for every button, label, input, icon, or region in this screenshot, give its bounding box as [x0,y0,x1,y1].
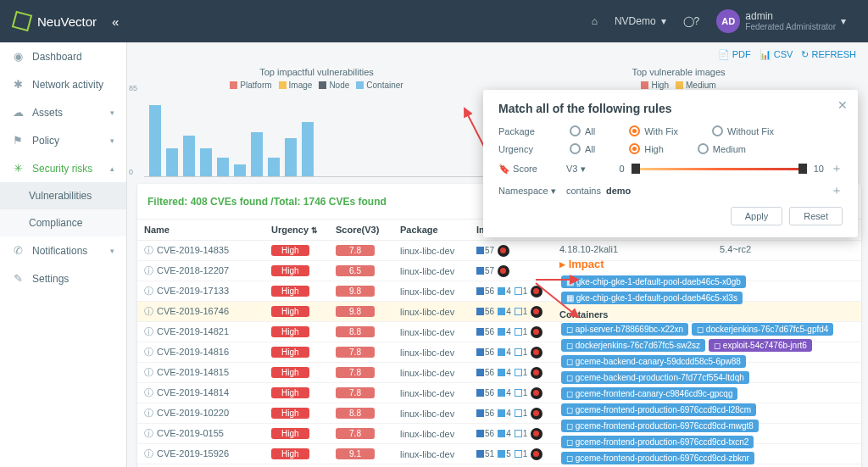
container-chip[interactable]: ◻ gceme-backend-production-7fd77cf554-lt… [561,371,749,384]
home-icon[interactable]: ⌂ [592,15,598,27]
phone-icon: ✆ [12,244,24,257]
bar[interactable] [200,148,212,176]
sort-icon: ⇅ [311,226,318,235]
fixed-version-right: 5.4~rc2 [720,244,751,254]
nav-settings[interactable]: ✎Settings [0,264,126,292]
namespace-input[interactable]: demo [606,186,824,196]
col-package[interactable]: Package [393,220,470,241]
info-icon[interactable]: ⓘ [144,428,153,438]
add-rule-icon[interactable]: ＋ [831,161,843,176]
bar[interactable] [183,136,195,176]
nav-label: Network activity [32,79,103,91]
cluster-selector[interactable]: NVDemo ▾ [615,15,666,27]
radio-label: All [585,144,595,154]
chevron-down-icon: ▾ [110,108,114,117]
popover-title: Match all of the following rules [498,102,843,115]
info-icon[interactable]: ⓘ [144,245,153,255]
help-icon[interactable]: ◯? [683,15,700,27]
nav-policy[interactable]: ⚑Policy▾ [0,126,126,154]
nav-label: Assets [32,107,63,119]
info-icon[interactable]: ⓘ [144,306,153,316]
container-chip[interactable]: ◻ gceme-frontend-production-6976ccd9cd-m… [561,420,759,432]
impact-heading[interactable]: ▸ Impact [559,258,858,270]
container-chip[interactable]: ◻ gceme-frontend-production-6976ccd9cd-z… [561,452,754,464]
info-icon[interactable]: ⓘ [144,347,153,357]
user-menu[interactable]: AD admin Federated Administrator ▾ [716,9,846,33]
nav-assets[interactable]: ☁Assets▾ [0,98,126,126]
slider-handle-max[interactable] [798,164,807,174]
add-rule-icon[interactable]: ＋ [831,183,843,198]
info-icon[interactable]: ⓘ [144,408,153,418]
chevron-down-icon: ▾ [110,136,114,145]
export-csv-button[interactable]: 📊 CSV [760,49,793,60]
container-chip[interactable]: ◻ gceme-frontend-canary-c9846cd9c-gpcqg [561,387,737,400]
radio-urgency-medium[interactable]: Medium [698,143,746,154]
info-icon[interactable]: ⓘ [144,286,153,296]
nav-dashboard[interactable]: ◉Dashboard [0,42,126,70]
refresh-button[interactable]: ↻ REFRESH [801,49,856,60]
bar[interactable] [217,158,229,176]
radio-package-withoutfix[interactable]: Without Fix [712,125,774,136]
risk-icon [531,367,542,379]
export-pdf-button[interactable]: 📄 PDF [718,49,751,60]
col-urgency[interactable]: Urgency ⇅ [264,220,329,241]
container-chip[interactable]: ◻ exploit-54c7476b-jnrt6 [709,339,812,352]
risk-icon [531,448,542,460]
page-actions: 📄 PDF 📊 CSV ↻ REFRESH [127,42,868,67]
filtered-summary: Filtered: 408 CVEs found /Total: 1746 CV… [147,196,387,208]
container-chip[interactable]: ◻ gceme-frontend-production-6976ccd9cd-t… [561,436,754,448]
bar[interactable] [166,148,178,176]
nav-label: Security risks [32,163,92,175]
container-chip[interactable]: ◻ gceme-frontend-production-6976ccd9cd-l… [561,403,756,416]
container-chip[interactable]: ◻ dockerjenkins-76c7d67fc5-gpfd4 [692,323,833,336]
bar[interactable] [234,164,246,176]
reset-button[interactable]: Reset [789,207,843,225]
bar[interactable] [302,122,314,176]
nav-label: Notifications [32,245,87,257]
nav-vulnerabilities[interactable]: Vulnerabilities [0,182,126,209]
container-chip[interactable]: ◻ api-server-b788669bc-x22xn [561,323,688,336]
nav-compliance[interactable]: Compliance [0,209,126,236]
node-chip[interactable]: ▦ gke-chip-gke-1-default-pool-daeb46c5-x… [561,292,743,304]
info-icon[interactable]: ⓘ [144,326,153,336]
radio-label: With Fix [644,126,678,136]
lbl: Impact [569,258,604,270]
close-icon[interactable]: ✕ [837,98,848,112]
btn-label: PDF [732,49,751,59]
th-label: Urgency [271,225,309,235]
btn-label: CSV [774,49,793,59]
nav-label: Dashboard [32,51,82,63]
info-icon[interactable]: ⓘ [144,448,153,459]
radio-urgency-high[interactable]: High [629,143,664,154]
info-icon[interactable]: ⓘ [144,387,153,398]
col-score[interactable]: Score(V3) [329,220,393,241]
app-header: NeuVector « ⌂ NVDemo ▾ ◯? AD admin Feder… [0,0,868,42]
node-chip[interactable]: ▦ gke-chip-gke-1-default-pool-daeb46c5-x… [561,275,746,288]
risk-icon [531,347,542,359]
namespace-label[interactable]: Namespace ▾ [498,186,566,197]
info-icon[interactable]: ⓘ [144,367,153,377]
score-mode-select[interactable]: V3 ▾ [566,164,586,175]
nav-network[interactable]: ✱Network activity [0,70,126,98]
container-chip[interactable]: ◻ gceme-backend-canary-59dcdd58c5-6pw88 [561,355,746,368]
containers-heading: Containers [559,309,858,320]
risk-icon [531,326,542,338]
container-chip[interactable]: ◻ dockerjenkins-76c7d67fc5-sw2sz [561,339,705,352]
user-name: admin [745,10,836,22]
info-icon[interactable]: ⓘ [144,265,153,275]
radio-package-withfix[interactable]: With Fix [629,125,678,136]
cloud-icon: ☁ [12,106,24,119]
col-name[interactable]: Name [137,220,264,241]
radio-package-all[interactable]: All [570,125,595,136]
collapse-icon[interactable]: « [112,14,119,29]
bar[interactable] [149,105,161,176]
apply-button[interactable]: Apply [731,207,783,225]
bar[interactable] [251,132,263,176]
bar[interactable] [285,138,297,176]
radio-urgency-all[interactable]: All [570,143,595,154]
slider-handle-min[interactable] [632,164,640,174]
nav-notifications[interactable]: ✆Notifications▾ [0,236,126,264]
score-slider[interactable] [632,168,807,170]
bar[interactable] [268,158,280,176]
nav-security-risks[interactable]: ✳Security risks▴ [0,154,126,182]
